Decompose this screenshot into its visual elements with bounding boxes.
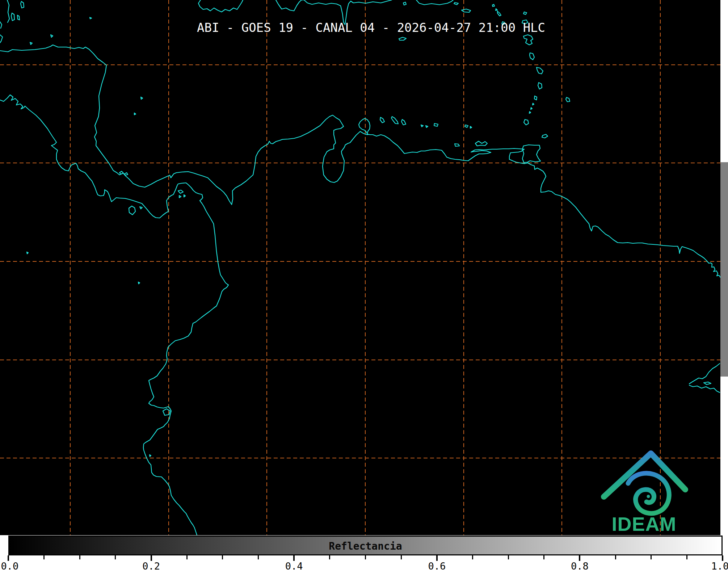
colorbar-tick (436, 555, 438, 561)
colorbar-tick-label: 0.0 (1, 560, 19, 571)
ideam-logo-swirl-icon (628, 473, 669, 513)
colorbar-tick (615, 555, 616, 559)
colorbar-tick (8, 555, 9, 561)
satellite-viewer: ABI - GOES 19 - CANAL 04 - 2026-04-27 21… (0, 0, 728, 571)
colorbar-tick (579, 555, 580, 561)
island-outline (90, 17, 92, 19)
colorbar-tick (508, 555, 509, 559)
ideam-logo-text: IDEAM (612, 513, 677, 534)
colorbar-tick (686, 555, 687, 559)
colorbar-tick (115, 555, 116, 559)
nodata-strip (720, 162, 728, 377)
colorbar-tick (651, 555, 652, 559)
colorbar-strip: Reflectancia 0.00.20.40.60.81.0 (0, 535, 728, 571)
ideam-logo: IDEAM (597, 449, 691, 534)
colorbar-tick (293, 555, 295, 561)
colorbar-title: Reflectancia (8, 540, 723, 552)
colorbar-tick (79, 555, 80, 559)
image-title: ABI - GOES 19 - CANAL 04 - 2026-04-27 21… (197, 20, 545, 35)
colorbar-tick (365, 555, 366, 559)
colorbar-tick (222, 555, 223, 559)
colorbar-tick (43, 555, 45, 559)
colorbar-tick (186, 555, 188, 559)
colorbar-tick (722, 555, 723, 561)
colorbar-tick (258, 555, 259, 559)
colorbar-tick-label: 0.6 (428, 560, 446, 571)
colorbar-tick (401, 555, 402, 559)
colorbar-tick (329, 555, 330, 559)
ideam-logo-swirl-eye (647, 495, 650, 498)
colorbar-tick (151, 555, 152, 561)
colorbar-tick (472, 555, 473, 559)
colorbar-tick-label: 0.8 (571, 560, 589, 571)
colorbar-tick-label: 0.4 (285, 560, 303, 571)
colorbar-tick-label: 1.0 (711, 560, 728, 571)
colorbar-tick (543, 555, 544, 559)
nodata-strip (720, 377, 728, 535)
nodata-strip (720, 0, 728, 162)
colorbar-tick-label: 0.2 (142, 560, 160, 571)
